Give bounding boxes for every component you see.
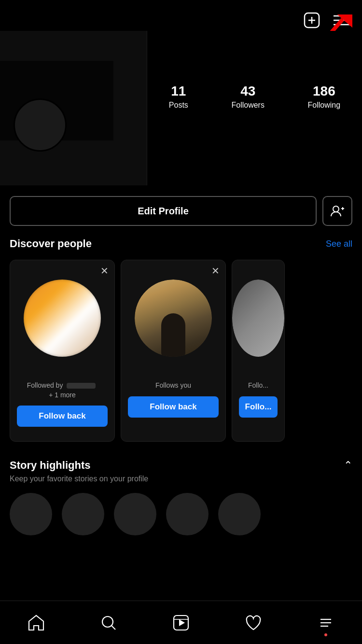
svg-marker-15 (179, 619, 185, 626)
bottom-navigation (0, 601, 362, 644)
nav-search-button[interactable] (89, 608, 128, 637)
follow-back-button-1[interactable]: Follow back (17, 406, 108, 427)
person-1-avatar (24, 280, 101, 357)
posts-stat[interactable]: 11 Posts (169, 84, 188, 110)
nav-profile-button[interactable] (306, 608, 345, 637)
followers-stat[interactable]: 43 Followers (231, 84, 264, 110)
person-card-3-avatar-area (232, 260, 284, 376)
add-person-button[interactable] (322, 196, 352, 226)
discover-people-section: Discover people See all ✕ Followed by (0, 226, 362, 449)
person-card-1-info: Followed by + 1 more Follow back (10, 376, 114, 434)
story-highlights-header: Story highlights ⌃ (10, 459, 352, 472)
highlight-circle-1[interactable] (10, 493, 52, 535)
person-3-avatar (232, 280, 284, 357)
person-3-followed-by: Follo... (239, 381, 278, 391)
top-bar (0, 0, 362, 31)
people-cards-container: ✕ Followed by + 1 more Follow back (10, 260, 352, 442)
highlight-circle-5[interactable] (218, 493, 261, 535)
discover-title: Discover people (10, 238, 92, 250)
add-post-button[interactable] (301, 10, 322, 31)
story-highlights-section: Story highlights ⌃ Keep your favorite st… (0, 449, 362, 535)
highlights-circles-row (10, 493, 352, 535)
story-highlights-title: Story highlights (10, 459, 90, 472)
profile-stats: 11 Posts 43 Followers 186 Following (147, 84, 362, 110)
nav-activity-button[interactable] (234, 608, 273, 637)
follow-back-button-3[interactable]: Follo... (239, 396, 278, 418)
highlight-circle-4[interactable] (166, 493, 209, 535)
nav-home-button[interactable] (17, 608, 56, 637)
see-all-link[interactable]: See all (326, 239, 352, 249)
profile-actions-row: Edit Profile (0, 196, 362, 226)
person-card-1-avatar-area: ✕ (10, 260, 114, 376)
person-card-3: Follo... Follo... (232, 260, 285, 442)
follow-back-button-2[interactable]: Follow back (128, 396, 219, 418)
person-card-2: ✕ Follows you Follow back (121, 260, 226, 442)
person-2-avatar (135, 280, 212, 357)
dismiss-card-1-button[interactable]: ✕ (100, 265, 109, 277)
person-2-followed-by: Follows you (128, 381, 219, 391)
highlight-circle-2[interactable] (62, 493, 104, 535)
highlight-circle-3[interactable] (114, 493, 156, 535)
person-1-followed-by: Followed by + 1 more (17, 381, 108, 400)
story-highlights-subtitle: Keep your favorite stories on your profi… (10, 475, 352, 483)
nav-profile-notification-dot (324, 633, 327, 636)
svg-point-12 (102, 616, 113, 627)
menu-button[interactable] (331, 10, 352, 31)
profile-cover-area: 11 Posts 43 Followers 186 Following (0, 31, 362, 190)
nav-reels-button[interactable] (162, 608, 200, 637)
person-card-1: ✕ Followed by + 1 more Follow back (10, 260, 115, 442)
svg-line-13 (111, 626, 115, 630)
dismiss-card-2-button[interactable]: ✕ (211, 265, 220, 277)
profile-avatar[interactable] (14, 98, 67, 152)
collapse-highlights-button[interactable]: ⌃ (344, 459, 352, 472)
person-card-2-info: Follows you Follow back (121, 376, 225, 424)
person-card-3-info: Follo... Follo... (232, 376, 284, 424)
svg-point-9 (333, 206, 339, 212)
discover-header: Discover people See all (10, 238, 352, 250)
edit-profile-button[interactable]: Edit Profile (10, 196, 317, 226)
following-stat[interactable]: 186 Following (308, 84, 341, 110)
person-card-2-avatar-area: ✕ (121, 260, 225, 376)
